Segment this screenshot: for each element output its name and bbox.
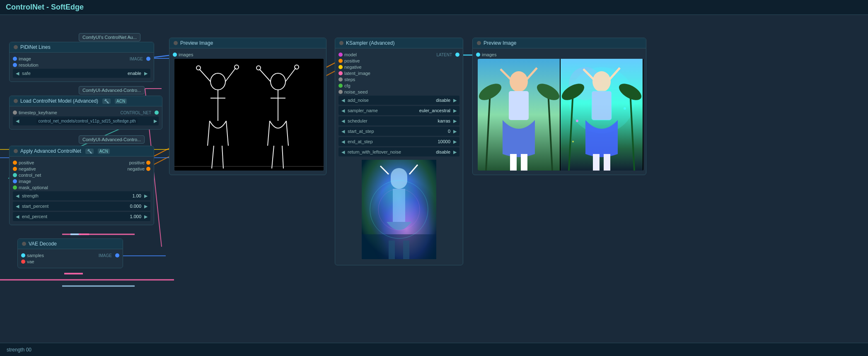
- port-dot-images-prev2: [476, 53, 480, 57]
- port-row-negative: negative negative: [13, 166, 150, 171]
- port-dot-mask: [13, 185, 17, 190]
- port-row-images-prev2: images: [476, 52, 643, 57]
- ctrl-arrow-right-ln[interactable]: ▶: [452, 149, 458, 155]
- ctrl-start-step[interactable]: ◀ start_at_step 0 ▶: [338, 127, 459, 136]
- ctrl-arrow-left-endstep[interactable]: ◀: [340, 139, 346, 144]
- port-label-images-prev2: images: [482, 52, 496, 57]
- svg-rect-46: [393, 189, 405, 222]
- canvas: ComfyUI's ControlNet Au... PiDiNet Lines…: [0, 15, 868, 356]
- ctrl-arrow-left-ln[interactable]: ◀: [340, 149, 346, 155]
- port-dot-image: [13, 57, 17, 61]
- port-label-positive-ks: positive: [344, 58, 360, 63]
- ctrl-arrow-left-ststep[interactable]: ◀: [340, 129, 346, 134]
- ctrl-label-safe: safe: [20, 71, 126, 76]
- port-row-latent: latent_image: [338, 71, 459, 76]
- preview-girl-stylized: [561, 59, 643, 171]
- badge-apply1: 🔧: [85, 149, 94, 154]
- port-label-positive-out: positive: [129, 160, 145, 165]
- ctrl-arrow-right-ststep[interactable]: ▶: [452, 129, 458, 134]
- ctrl-leftover-noise[interactable]: ◀ return_with_leftover_noise disable ▶: [338, 147, 459, 156]
- port-dot-negative-out: [146, 167, 150, 171]
- port-label-image: image: [19, 56, 31, 61]
- ctrl-arrow-right-addnoise[interactable]: ▶: [452, 98, 458, 103]
- node-ksampler-body: model LATENT positive negative latent_im…: [335, 48, 463, 265]
- svg-line-23: [208, 121, 210, 146]
- port-dot-latent-out: [455, 53, 459, 57]
- node-vae-dot: [22, 242, 26, 246]
- node-ksampler-title: KSampler (Advanced): [346, 40, 394, 46]
- node-status-dot: [14, 45, 18, 49]
- ctrl-arrow-left-strength[interactable]: ◀: [15, 193, 20, 199]
- mini-node-advanced-2[interactable]: ComfyUI-Advanced-Contro...: [79, 135, 145, 144]
- mini-node-advanced-1[interactable]: ComfyUI-Advanced-Contro...: [79, 86, 145, 94]
- ctrl-end-percent[interactable]: ◀ end_percent 1.000 ▶: [13, 212, 150, 221]
- dropdown-model-path[interactable]: ◀ control_net_models/control_v11p_sd15_s…: [13, 116, 159, 125]
- ctrl-end-step[interactable]: ◀ end_at_step 10000 ▶: [338, 137, 459, 146]
- node-load-title: Load ControlNet Model (Advanced): [20, 98, 98, 104]
- ctrl-label-start: start_percent: [20, 204, 128, 209]
- ctrl-arrow-right-start[interactable]: ▶: [143, 204, 149, 209]
- arrow-model-right[interactable]: ▶: [154, 118, 157, 124]
- svg-point-78: [624, 107, 626, 110]
- port-row-cfg: cfg: [338, 83, 459, 88]
- node-preview1-dot: [174, 41, 178, 45]
- ctrl-strength[interactable]: ◀ strength 1.00 ▶: [13, 191, 150, 200]
- node-apply-header: Apply Advanced ControlNet 🔧 ACN: [10, 146, 154, 156]
- mini-node-controlnet-au[interactable]: ComfyUI's ControlNet Au...: [79, 33, 140, 41]
- port-row-positive: positive positive: [13, 160, 150, 165]
- ctrl-arrow-left-start[interactable]: ◀: [15, 204, 20, 209]
- svg-line-35: [286, 121, 288, 146]
- ctrl-label-sampler: sampler_name: [346, 108, 418, 113]
- svg-point-28: [271, 73, 285, 90]
- ctrl-safe[interactable]: ◀ safe enable ▶: [13, 69, 150, 78]
- port-dot-model: [338, 53, 343, 57]
- svg-line-29: [259, 69, 271, 82]
- port-dot-image-apply: [13, 179, 17, 183]
- ctrl-arrow-left-safe[interactable]: ◀: [15, 71, 20, 76]
- ctrl-arrow-left-end[interactable]: ◀: [15, 214, 20, 219]
- ctrl-label-ln: return_with_leftover_noise: [346, 149, 434, 154]
- port-dot-images-prev1: [173, 53, 177, 57]
- ctrl-arrow-right-sampler[interactable]: ▶: [452, 108, 458, 113]
- port-label-model: model: [344, 52, 357, 57]
- ctrl-arrow-right-strength[interactable]: ▶: [143, 193, 149, 199]
- port-type-latent: LATENT: [436, 53, 452, 57]
- ctrl-add-noise[interactable]: ◀ add_noise disable ▶: [338, 96, 459, 105]
- port-label-noiseseed: noise_seed: [344, 89, 368, 94]
- ctrl-arrow-right-end[interactable]: ▶: [143, 214, 149, 219]
- svg-point-31: [256, 66, 261, 70]
- svg-rect-60: [509, 91, 529, 120]
- port-row-mask: mask_optional: [13, 185, 150, 190]
- port-label-negative-in: negative: [19, 166, 36, 171]
- svg-line-37: [282, 146, 283, 168]
- ctrl-arrow-right-safe[interactable]: ▶: [143, 71, 149, 76]
- node-preview2-dot: [477, 41, 481, 45]
- node-preview1-header: Preview Image: [169, 38, 326, 48]
- svg-rect-62: [521, 154, 527, 171]
- svg-point-77: [576, 120, 578, 122]
- arrow-model-left[interactable]: ◀: [15, 118, 20, 124]
- ctrl-scheduler[interactable]: ◀ scheduler karras ▶: [338, 116, 459, 125]
- ctrl-arrow-left-sampler[interactable]: ◀: [340, 108, 346, 113]
- port-label-samples: samples: [27, 253, 44, 258]
- ctrl-value-strength: 1.00: [131, 193, 143, 198]
- port-row-image-apply: image: [13, 179, 150, 184]
- ctrl-sampler-name[interactable]: ◀ sampler_name euler_ancestral ▶: [338, 106, 459, 115]
- ctrl-arrow-left-addnoise[interactable]: ◀: [340, 98, 346, 103]
- port-type-controlnet: CONTROL_NET: [121, 111, 151, 115]
- ctrl-label-ststep: start_at_step: [346, 129, 446, 134]
- preview-sketch-svg: [174, 59, 324, 171]
- svg-point-17: [210, 73, 225, 90]
- ctrl-value-sampler: euler_ancestral: [418, 108, 452, 113]
- ctrl-arrow-left-sched[interactable]: ◀: [340, 118, 346, 124]
- node-ksampler-header: KSampler (Advanced): [335, 38, 463, 48]
- port-row-image: image IMAGE: [13, 56, 150, 61]
- ctrl-arrow-right-sched[interactable]: ▶: [452, 118, 458, 124]
- node-pidinet-header: PiDiNet Lines: [10, 42, 154, 53]
- ctrl-arrow-right-endstep[interactable]: ▶: [452, 139, 458, 144]
- ctrl-start-percent[interactable]: ◀ start_percent 0.000 ▶: [13, 202, 150, 211]
- port-label-negative-out: negative: [127, 166, 145, 171]
- node-vae-body: samples IMAGE vae: [18, 249, 123, 268]
- svg-line-36: [272, 146, 274, 168]
- port-dot-positive-in: [13, 161, 17, 165]
